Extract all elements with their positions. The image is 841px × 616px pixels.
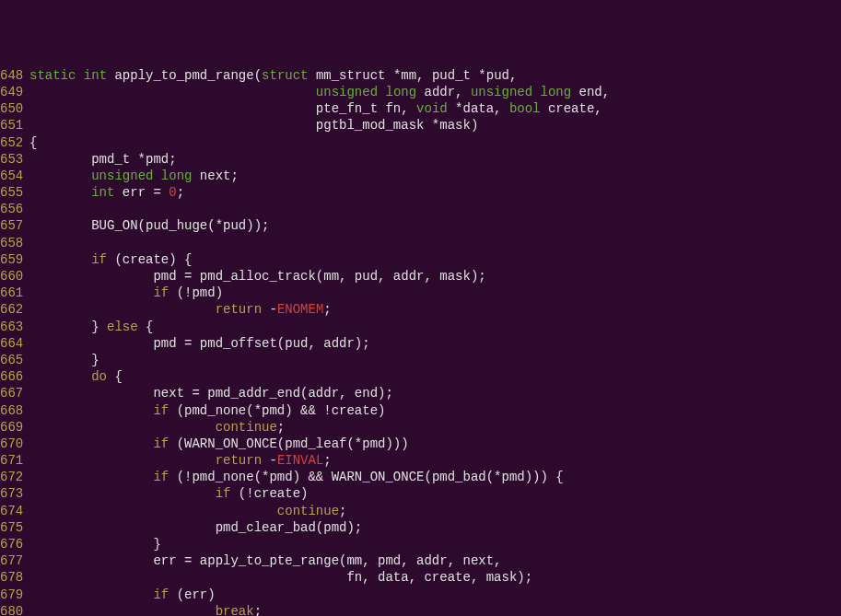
token-ident — [29, 85, 316, 99]
code-content: err = apply_to_pte_range(mm, pmd, addr, … — [29, 552, 841, 569]
code-line: 659 if (create) { — [0, 251, 841, 268]
line-number: 668 — [0, 402, 29, 419]
token-ident: pmd_clear_bad(pmd); — [29, 520, 362, 535]
token-ident: pmd_t *pmd; — [29, 152, 177, 167]
token-ident: (!pmd) — [169, 285, 223, 300]
code-editor[interactable]: 648static int apply_to_pmd_range(struct … — [0, 67, 841, 616]
token-ident — [29, 436, 153, 451]
code-line: 672 if (!pmd_none(*pmd) && WARN_ON_ONCE(… — [0, 469, 841, 485]
token-ctrl: return — [216, 302, 262, 317]
code-line: 678 fn, data, create, mask); — [0, 569, 841, 586]
line-number: 661 — [0, 285, 29, 301]
token-const: ENOMEM — [277, 302, 323, 317]
code-line: 674 continue; — [0, 503, 841, 519]
token-ident: apply_to_pmd_range( — [107, 68, 262, 83]
line-number: 656 — [0, 201, 29, 217]
token-kw: bool — [509, 101, 541, 116]
token-ident: err = — [114, 185, 169, 200]
token-ident: err = apply_to_pte_range(mm, pmd, addr, … — [29, 553, 501, 568]
line-number: 649 — [0, 84, 29, 100]
token-ident: next = pmd_addr_end(addr, end); — [29, 386, 393, 401]
code-line: 654 unsigned long next; — [0, 168, 841, 184]
token-ident: (err) — [169, 587, 215, 602]
code-line: 680 break; — [0, 603, 841, 616]
code-content: int err = 0; — [29, 184, 841, 201]
code-line: 664 pmd = pmd_offset(pud, addr); — [0, 335, 841, 352]
code-line: 650 pte_fn_t fn, void *data, bool create… — [0, 100, 841, 117]
line-number: 679 — [0, 587, 29, 603]
token-ident: pgtbl_mod_mask *mask) — [29, 118, 478, 133]
code-line: 662 return -ENOMEM; — [0, 301, 841, 318]
token-kw: long — [385, 85, 416, 99]
line-number: 650 — [0, 100, 29, 117]
code-content: if (WARN_ON_ONCE(pmd_leaf(*pmd))) — [29, 436, 841, 452]
token-ident: (WARN_ON_ONCE(pmd_leaf(*pmd))) — [169, 436, 408, 451]
token-ctrl: break — [216, 604, 254, 616]
code-line: 677 err = apply_to_pte_range(mm, pmd, ad… — [0, 552, 841, 569]
code-line: 648static int apply_to_pmd_range(struct … — [0, 67, 841, 84]
token-ident: } — [29, 320, 107, 334]
token-ctrl: return — [216, 453, 262, 468]
code-content: BUG_ON(pud_huge(*pud)); — [29, 217, 841, 234]
token-kw: unsigned — [471, 85, 532, 99]
code-content: fn, data, create, mask); — [29, 569, 841, 586]
token-ident: (!create) — [230, 486, 308, 501]
token-ident: ; — [339, 504, 346, 518]
code-line: 655 int err = 0; — [0, 184, 841, 201]
token-ctrl: if — [216, 486, 231, 501]
code-content: if (!pmd_none(*pmd) && WARN_ON_ONCE(pmd_… — [29, 469, 841, 485]
token-ctrl: do — [91, 369, 107, 384]
code-content: } — [29, 352, 841, 368]
code-line: 657 BUG_ON(pud_huge(*pud)); — [0, 217, 841, 234]
token-num: 0 — [169, 185, 176, 200]
code-line: 653 pmd_t *pmd; — [0, 151, 841, 168]
code-line: 670 if (WARN_ON_ONCE(pmd_leaf(*pmd))) — [0, 436, 841, 452]
code-line: 673 if (!create) — [0, 485, 841, 502]
token-kw: long — [161, 169, 193, 183]
code-line: 663 } else { — [0, 319, 841, 335]
line-number: 673 — [0, 485, 29, 502]
code-line: 676 } — [0, 536, 841, 552]
token-ident — [29, 252, 91, 267]
code-content: pte_fn_t fn, void *data, bool create, — [29, 100, 841, 117]
line-number: 680 — [0, 603, 29, 616]
token-ident — [29, 369, 91, 384]
token-ident — [29, 470, 153, 484]
token-const: EINVAL — [277, 453, 323, 468]
token-ident — [29, 504, 277, 518]
code-content: } else { — [29, 319, 841, 335]
line-number: 672 — [0, 469, 29, 485]
token-ident — [29, 486, 216, 501]
line-number: 677 — [0, 552, 29, 569]
token-ident — [29, 420, 216, 435]
code-line: 652{ — [0, 134, 841, 151]
token-kw: long — [541, 85, 572, 99]
token-ident — [29, 302, 216, 317]
code-content: if (!create) — [29, 485, 841, 502]
code-content: if (err) — [29, 587, 841, 603]
code-content: if (!pmd) — [29, 285, 841, 301]
code-content: return -EINVAL; — [29, 452, 841, 469]
token-ident — [29, 403, 153, 418]
line-number: 665 — [0, 352, 29, 368]
token-ident — [532, 85, 540, 99]
token-kw: void — [416, 101, 448, 116]
line-number: 660 — [0, 268, 29, 285]
token-ident — [29, 587, 153, 602]
line-number: 653 — [0, 151, 29, 168]
code-content: return -ENOMEM; — [29, 301, 841, 318]
token-ctrl: if — [153, 470, 169, 484]
token-ctrl: if — [153, 403, 169, 418]
code-content: pmd = pmd_alloc_track(mm, pud, addr, mas… — [29, 268, 841, 285]
token-kw: static — [29, 68, 76, 83]
token-ident — [29, 604, 216, 616]
line-number: 651 — [0, 117, 29, 134]
token-ident: ; — [177, 185, 184, 200]
token-ctrl: continue — [216, 420, 277, 435]
line-number: 670 — [0, 436, 29, 452]
line-number: 675 — [0, 519, 29, 536]
code-line: 668 if (pmd_none(*pmd) && !create) — [0, 402, 841, 419]
token-ident: { — [29, 135, 37, 150]
line-number: 659 — [0, 251, 29, 268]
token-ident: (pmd_none(*pmd) && !create) — [169, 403, 385, 418]
